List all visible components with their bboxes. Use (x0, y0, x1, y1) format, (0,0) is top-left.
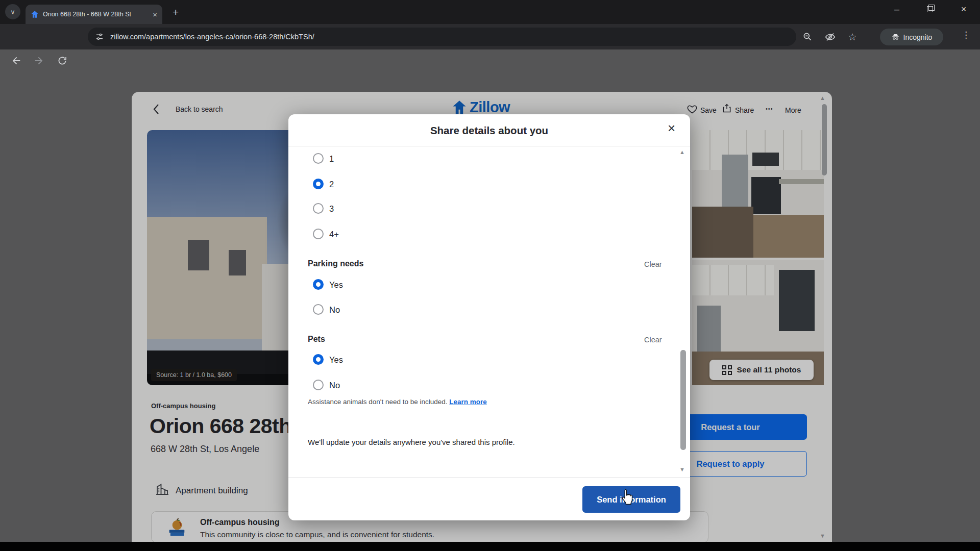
radio-option-1-label[interactable]: 1 (329, 154, 334, 164)
learn-more-link[interactable]: Learn more (449, 398, 487, 406)
modal-scroll-up-icon[interactable]: ▲ (679, 149, 685, 155)
modal-scroll-down-icon[interactable]: ▼ (679, 466, 685, 472)
radio-option-4plus-label[interactable]: 4+ (329, 230, 339, 239)
modal-divider (288, 146, 690, 146)
forward-button[interactable] (32, 54, 46, 68)
star-icon: ☆ (848, 31, 856, 43)
share-details-modal: Share details about you × 1 2 3 4+ Parki… (288, 114, 690, 520)
bookmark-button[interactable]: ☆ (845, 30, 860, 44)
window-close-button[interactable]: × (952, 0, 975, 18)
tab-close-icon[interactable]: × (153, 11, 157, 18)
parking-yes-radio-selected[interactable] (313, 279, 324, 290)
radio-option-3-label[interactable]: 3 (329, 204, 334, 214)
radio-option-2-label[interactable]: 2 (329, 180, 334, 189)
pets-yes-radio-selected[interactable] (313, 354, 324, 365)
parking-clear-button[interactable]: Clear (644, 260, 662, 268)
pets-clear-button[interactable]: Clear (644, 336, 662, 344)
modal-footer-divider (288, 477, 690, 478)
update-profile-note: We'll update your details anywhere you'v… (308, 438, 515, 446)
parking-needs-label: Parking needs (308, 259, 363, 268)
assistance-note: Assistance animals don't need to be incl… (308, 398, 487, 406)
radio-option-4plus[interactable] (313, 229, 324, 239)
radio-option-2-selected[interactable] (313, 179, 324, 189)
tab-search-button[interactable]: ∨ (5, 4, 20, 19)
parking-no-label[interactable]: No (329, 305, 340, 315)
chevron-down-icon: ∨ (10, 8, 15, 16)
zillow-favicon-icon (31, 10, 39, 18)
modal-title: Share details about you (288, 124, 690, 137)
back-button[interactable] (9, 54, 23, 68)
pets-no-label[interactable]: No (329, 381, 340, 390)
new-tab-button[interactable]: + (173, 6, 179, 18)
restore-icon (927, 6, 933, 12)
pets-yes-label[interactable]: Yes (329, 355, 343, 365)
window-minimize-button[interactable]: – (885, 0, 909, 18)
modal-close-icon[interactable]: × (668, 121, 675, 135)
browser-menu-button[interactable]: ⋮ (962, 30, 970, 40)
minimize-icon: – (894, 4, 899, 15)
close-icon: × (961, 4, 967, 15)
incognito-badge: Incognito (880, 29, 943, 45)
assistance-note-text: Assistance animals don't need to be incl… (308, 398, 449, 406)
tab-title: Orion 668 28th - 668 W 28th St (43, 11, 131, 18)
window-restore-button[interactable] (918, 0, 942, 18)
back-arrow-icon (11, 55, 22, 66)
url-bar[interactable]: zillow.com/apartments/los-angeles-ca/ori… (88, 28, 796, 46)
url-text: zillow.com/apartments/los-angeles-ca/ori… (110, 33, 314, 41)
letterbox-bar (0, 542, 980, 551)
pets-label: Pets (308, 335, 325, 344)
site-info-icon[interactable] (95, 32, 104, 41)
reload-icon (57, 56, 67, 66)
browser-tabstrip: ∨ Orion 668 28th - 668 W 28th St × + – × (0, 0, 980, 24)
radio-option-1[interactable] (313, 153, 324, 164)
radio-option-3[interactable] (313, 203, 324, 214)
modal-scrollbar[interactable] (680, 350, 686, 450)
forward-arrow-icon (33, 55, 44, 66)
browser-tab[interactable]: Orion 668 28th - 668 W 28th St × (26, 5, 162, 24)
mouse-cursor-hand-icon (620, 489, 634, 507)
parking-yes-label[interactable]: Yes (329, 280, 343, 290)
screen: ∨ Orion 668 28th - 668 W 28th St × + – × (0, 0, 980, 551)
incognito-icon (891, 33, 900, 41)
reload-button[interactable] (55, 54, 69, 68)
incognito-label: Incognito (903, 33, 933, 41)
parking-no-radio[interactable] (313, 304, 324, 315)
eye-off-icon (825, 32, 836, 42)
preview-hidden-button[interactable] (823, 30, 837, 44)
pets-no-radio[interactable] (313, 380, 324, 390)
zoom-button[interactable] (800, 30, 815, 44)
zoom-out-icon (802, 32, 813, 42)
